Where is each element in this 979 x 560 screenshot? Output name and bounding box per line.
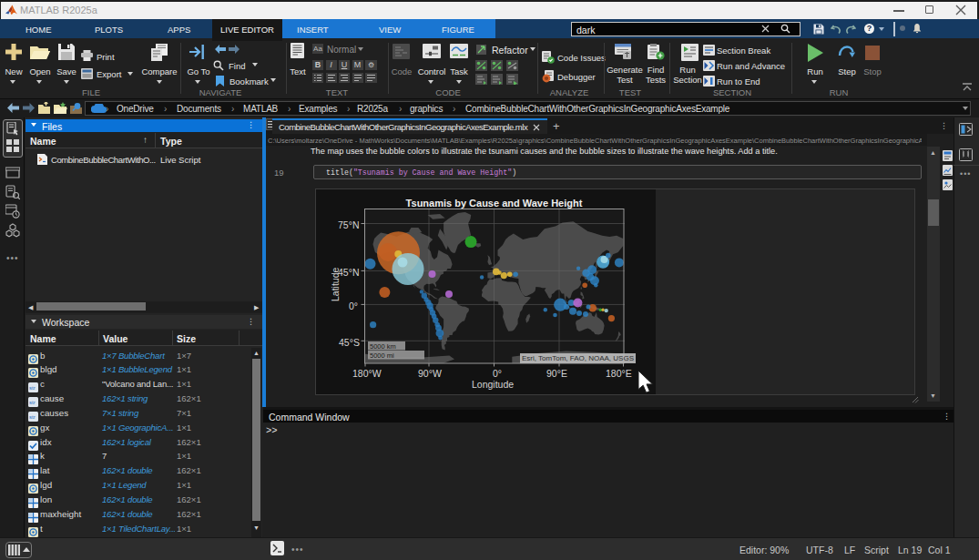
svg-text:str: str	[29, 385, 36, 391]
svg-text:str: str	[29, 414, 36, 420]
svg-text:5000 km: 5000 km	[370, 342, 396, 351]
svg-text:str: str	[29, 400, 36, 405]
svg-text:5000 mi: 5000 mi	[370, 351, 394, 360]
